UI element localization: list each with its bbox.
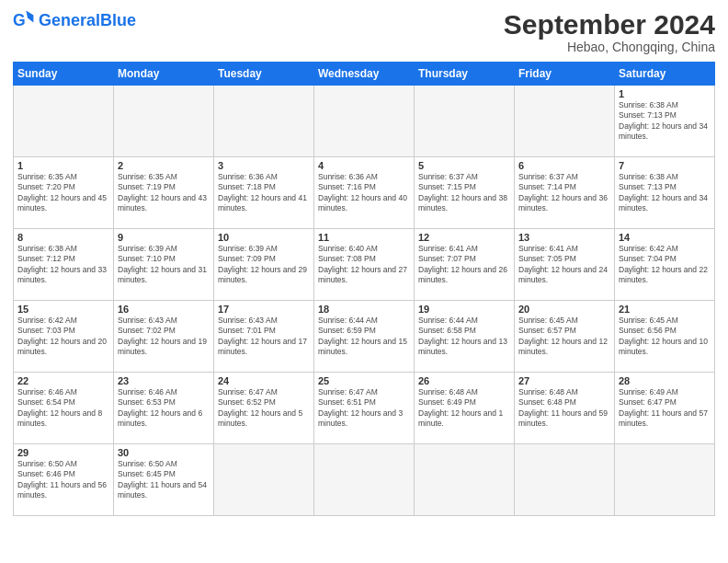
day-info: Sunrise: 6:45 AMSunset: 6:57 PMDaylight:… [518, 316, 610, 358]
day-info: Sunrise: 6:40 AMSunset: 7:08 PMDaylight:… [318, 244, 410, 286]
day-number: 2 [118, 160, 210, 171]
day-cell: 15Sunrise: 6:42 AMSunset: 7:03 PMDayligh… [14, 301, 114, 373]
day-cell: 7Sunrise: 6:38 AMSunset: 7:13 PMDaylight… [615, 157, 715, 229]
day-number: 16 [118, 304, 210, 315]
day-number: 11 [318, 232, 410, 243]
day-info: Sunrise: 6:48 AMSunset: 6:49 PMDaylight:… [418, 387, 510, 430]
day-number: 17 [218, 304, 310, 315]
day-info: Sunrise: 6:37 AMSunset: 7:14 PMDaylight:… [518, 172, 610, 214]
day-cell: 19Sunrise: 6:44 AMSunset: 6:58 PMDayligh… [415, 301, 515, 373]
day-cell: 14Sunrise: 6:42 AMSunset: 7:04 PMDayligh… [615, 229, 715, 301]
day-info: Sunrise: 6:42 AMSunset: 7:04 PMDaylight:… [619, 244, 711, 286]
day-number: 29 [17, 447, 109, 458]
day-info: Sunrise: 6:42 AMSunset: 7:03 PMDaylight:… [17, 316, 109, 358]
logo-text: GeneralBlue [39, 12, 136, 29]
day-number: 19 [418, 304, 510, 315]
calendar-header-row: SundayMondayTuesdayWednesdayThursdayFrid… [14, 63, 715, 86]
location-subtitle: Hebao, Chongqing, China [504, 40, 715, 54]
month-title: September 2024 [504, 9, 715, 40]
day-info: Sunrise: 6:38 AMSunset: 7:13 PMDaylight:… [619, 100, 711, 143]
day-cell: 28Sunrise: 6:49 AMSunset: 6:47 PMDayligh… [615, 373, 715, 444]
day-cell: 1Sunrise: 6:35 AMSunset: 7:20 PMDaylight… [14, 157, 114, 229]
day-cell: 30Sunrise: 6:50 AMSunset: 6:45 PMDayligh… [114, 444, 214, 516]
day-cell [415, 86, 515, 157]
day-cell: 10Sunrise: 6:39 AMSunset: 7:09 PMDayligh… [214, 229, 314, 301]
day-cell: 8Sunrise: 6:38 AMSunset: 7:12 PMDaylight… [14, 229, 114, 301]
day-number: 20 [518, 304, 610, 315]
calendar-week-5: 22Sunrise: 6:46 AMSunset: 6:54 PMDayligh… [14, 373, 715, 444]
day-header-monday: Monday [114, 63, 214, 86]
calendar-week-2: 1Sunrise: 6:35 AMSunset: 7:20 PMDaylight… [14, 157, 715, 229]
day-cell: 16Sunrise: 6:43 AMSunset: 7:02 PMDayligh… [114, 301, 214, 373]
day-info: Sunrise: 6:41 AMSunset: 7:07 PMDaylight:… [418, 244, 510, 286]
day-cell: 12Sunrise: 6:41 AMSunset: 7:07 PMDayligh… [415, 229, 515, 301]
day-number: 1 [17, 160, 109, 171]
day-header-saturday: Saturday [615, 63, 715, 86]
day-info: Sunrise: 6:37 AMSunset: 7:15 PMDaylight:… [418, 172, 510, 214]
day-number: 15 [17, 304, 109, 315]
title-area: September 2024 Hebao, Chongqing, China [504, 9, 715, 54]
logo: G GeneralBlue [13, 9, 136, 31]
day-cell [214, 86, 314, 157]
day-header-thursday: Thursday [415, 63, 515, 86]
day-cell [214, 444, 314, 516]
day-header-tuesday: Tuesday [214, 63, 314, 86]
day-cell: 11Sunrise: 6:40 AMSunset: 7:08 PMDayligh… [314, 229, 415, 301]
day-info: Sunrise: 6:35 AMSunset: 7:19 PMDaylight:… [118, 172, 210, 214]
day-cell: 26Sunrise: 6:48 AMSunset: 6:49 PMDayligh… [415, 373, 515, 444]
day-number: 3 [218, 160, 310, 171]
day-cell: 18Sunrise: 6:44 AMSunset: 6:59 PMDayligh… [314, 301, 415, 373]
day-info: Sunrise: 6:43 AMSunset: 7:02 PMDaylight:… [118, 316, 210, 358]
logo-general: General [39, 11, 100, 29]
day-number: 4 [318, 160, 410, 171]
day-number: 28 [619, 375, 711, 386]
day-info: Sunrise: 6:47 AMSunset: 6:52 PMDaylight:… [218, 387, 310, 430]
day-number: 13 [518, 232, 610, 243]
day-info: Sunrise: 6:39 AMSunset: 7:10 PMDaylight:… [118, 244, 210, 286]
day-info: Sunrise: 6:35 AMSunset: 7:20 PMDaylight:… [17, 172, 109, 214]
day-number: 5 [418, 160, 510, 171]
day-info: Sunrise: 6:39 AMSunset: 7:09 PMDaylight:… [218, 244, 310, 286]
day-cell: 9Sunrise: 6:39 AMSunset: 7:10 PMDaylight… [114, 229, 214, 301]
day-info: Sunrise: 6:46 AMSunset: 6:53 PMDaylight:… [118, 387, 210, 430]
day-cell: 24Sunrise: 6:47 AMSunset: 6:52 PMDayligh… [214, 373, 314, 444]
day-number: 22 [17, 375, 109, 386]
day-info: Sunrise: 6:49 AMSunset: 6:47 PMDaylight:… [619, 387, 711, 430]
day-cell [314, 444, 415, 516]
day-cell: 29Sunrise: 6:50 AMSunset: 6:46 PMDayligh… [14, 444, 114, 516]
day-info: Sunrise: 6:46 AMSunset: 6:54 PMDaylight:… [17, 387, 109, 430]
day-number: 8 [17, 232, 109, 243]
header: G GeneralBlue September 2024 Hebao, Chon… [13, 9, 715, 54]
day-number: 26 [418, 375, 510, 386]
day-cell: 17Sunrise: 6:43 AMSunset: 7:01 PMDayligh… [214, 301, 314, 373]
day-cell [615, 444, 715, 516]
day-info: Sunrise: 6:36 AMSunset: 7:18 PMDaylight:… [218, 172, 310, 214]
day-cell [114, 86, 214, 157]
calendar-week-4: 15Sunrise: 6:42 AMSunset: 7:03 PMDayligh… [14, 301, 715, 373]
day-cell: 20Sunrise: 6:45 AMSunset: 6:57 PMDayligh… [515, 301, 615, 373]
day-number: 1 [619, 88, 711, 99]
day-number: 25 [318, 375, 410, 386]
day-cell: 1Sunrise: 6:38 AMSunset: 7:13 PMDaylight… [615, 86, 715, 157]
day-cell [14, 86, 114, 157]
calendar-table: SundayMondayTuesdayWednesdayThursdayFrid… [13, 62, 715, 516]
day-number: 30 [118, 447, 210, 458]
day-cell: 21Sunrise: 6:45 AMSunset: 6:56 PMDayligh… [615, 301, 715, 373]
day-cell: 25Sunrise: 6:47 AMSunset: 6:51 PMDayligh… [314, 373, 415, 444]
day-info: Sunrise: 6:48 AMSunset: 6:48 PMDaylight:… [518, 387, 610, 430]
day-number: 7 [619, 160, 711, 171]
day-cell: 27Sunrise: 6:48 AMSunset: 6:48 PMDayligh… [515, 373, 615, 444]
day-number: 12 [418, 232, 510, 243]
day-info: Sunrise: 6:38 AMSunset: 7:12 PMDaylight:… [17, 244, 109, 286]
calendar-week-6: 29Sunrise: 6:50 AMSunset: 6:46 PMDayligh… [14, 444, 715, 516]
calendar-week-3: 8Sunrise: 6:38 AMSunset: 7:12 PMDaylight… [14, 229, 715, 301]
day-info: Sunrise: 6:36 AMSunset: 7:16 PMDaylight:… [318, 172, 410, 214]
day-cell: 13Sunrise: 6:41 AMSunset: 7:05 PMDayligh… [515, 229, 615, 301]
day-info: Sunrise: 6:47 AMSunset: 6:51 PMDaylight:… [318, 387, 410, 430]
day-number: 24 [218, 375, 310, 386]
day-info: Sunrise: 6:44 AMSunset: 6:59 PMDaylight:… [318, 316, 410, 358]
day-info: Sunrise: 6:38 AMSunset: 7:13 PMDaylight:… [619, 172, 711, 214]
day-info: Sunrise: 6:45 AMSunset: 6:56 PMDaylight:… [619, 316, 711, 358]
day-info: Sunrise: 6:44 AMSunset: 6:58 PMDaylight:… [418, 316, 510, 358]
day-number: 27 [518, 375, 610, 386]
